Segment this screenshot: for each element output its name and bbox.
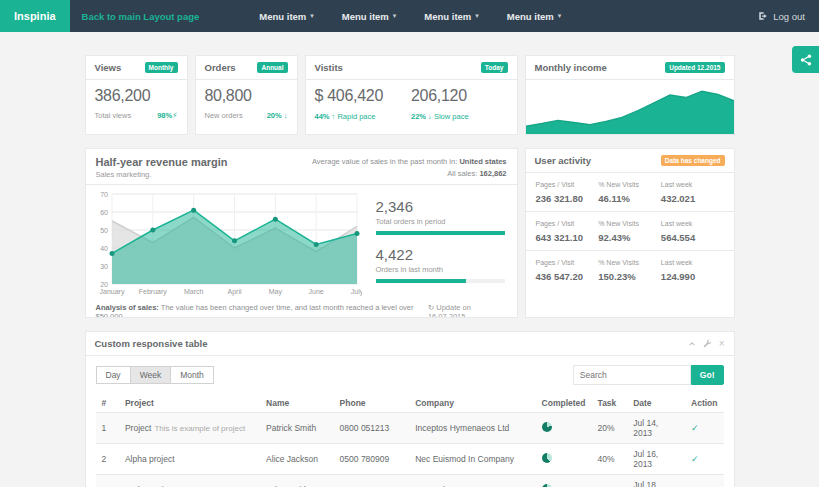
completed-cell bbox=[536, 413, 592, 444]
company-cell: Nec Euismod In Company bbox=[409, 444, 535, 475]
back-to-layouts-link[interactable]: Back to main Layout page bbox=[70, 0, 212, 32]
action-cell: ✓ bbox=[685, 444, 723, 475]
total-orders-progress bbox=[376, 231, 505, 235]
col-header-name: Name bbox=[260, 394, 334, 413]
col-header-action: Action bbox=[685, 394, 723, 413]
completion-pie-icon bbox=[542, 453, 552, 463]
top-navbar: Inspinia Back to main Layout page Menu i… bbox=[0, 0, 819, 32]
income-card-title: Monthly income bbox=[535, 62, 607, 73]
task-cell: 40% bbox=[592, 444, 628, 475]
task-cell: 20% bbox=[592, 413, 628, 444]
pages-visit-value: 436 547.20 bbox=[536, 271, 599, 282]
action-cell: ✓ bbox=[685, 413, 723, 444]
visits-left-percent: 44% bbox=[315, 112, 330, 121]
col-header-task: Task bbox=[592, 394, 628, 413]
last-week-value: 124.990 bbox=[661, 271, 724, 282]
table-row: 3 Betha project John Smith 0800 1111 Era… bbox=[96, 475, 724, 487]
main-menu: Menu item ▾ Menu item ▾ Menu item ▾ Menu… bbox=[245, 0, 575, 32]
phone-cell: 0800 051213 bbox=[334, 413, 410, 444]
check-icon[interactable]: ✓ bbox=[691, 423, 699, 433]
custom-table-panel: Custom responsive table × Day Week Month… bbox=[85, 331, 735, 487]
settings-button[interactable] bbox=[703, 339, 712, 348]
svg-text:30: 30 bbox=[100, 263, 108, 270]
col-header-completed: Completed bbox=[536, 394, 592, 413]
svg-text:April: April bbox=[227, 288, 241, 296]
user-activity-title: User activity bbox=[535, 155, 592, 166]
menu-item-3[interactable]: Menu item ▾ bbox=[410, 0, 493, 32]
range-button-day[interactable]: Day bbox=[96, 366, 131, 384]
task-cell: 75% bbox=[592, 475, 628, 487]
name-cell: John Smith bbox=[260, 475, 334, 487]
menu-item-label: Menu item bbox=[259, 11, 306, 22]
visits-value-left: $ 406,420 bbox=[315, 87, 412, 105]
action-cell: ✓ bbox=[685, 475, 723, 487]
col-header-project: Project bbox=[119, 394, 260, 413]
last-orders-label: Orders in last month bbox=[376, 265, 505, 274]
search-go-button[interactable]: Go! bbox=[691, 365, 724, 385]
date-cell: Jul 16, 2013 bbox=[627, 444, 685, 475]
projects-table: # Project Name Phone Company Completed T… bbox=[96, 394, 724, 487]
caret-down-icon: ▾ bbox=[393, 12, 397, 20]
level-down-icon: ↓ bbox=[428, 112, 432, 121]
orders-label: New orders bbox=[205, 111, 243, 120]
visits-card: Vistits Today $ 406,420 44% ↑ Rapid pace… bbox=[305, 55, 518, 135]
phone-cell: 0800 1111 bbox=[334, 475, 410, 487]
visits-value-right: 206,120 bbox=[411, 87, 508, 105]
last-week-value: 564.554 bbox=[661, 232, 724, 243]
svg-text:February: February bbox=[138, 288, 167, 296]
range-button-month[interactable]: Month bbox=[170, 366, 214, 384]
logout-button[interactable]: Log out bbox=[744, 0, 819, 32]
revenue-title: Half-year revenue margin bbox=[96, 156, 228, 168]
menu-item-1[interactable]: Menu item ▾ bbox=[245, 0, 328, 32]
menu-item-label: Menu item bbox=[342, 11, 389, 22]
svg-text:March: March bbox=[183, 288, 203, 295]
user-activity-panel: User activity Data has changed Pages / V… bbox=[525, 148, 735, 318]
orders-value: 80,800 bbox=[205, 87, 288, 105]
close-panel-button[interactable]: × bbox=[719, 339, 725, 349]
col-header-phone: Phone bbox=[334, 394, 410, 413]
svg-text:July: July bbox=[350, 288, 361, 296]
activity-row: Pages / Visit236 321.80 % New Visits46.1… bbox=[526, 173, 734, 212]
level-up-icon: ↑ bbox=[332, 112, 336, 121]
search-input[interactable] bbox=[573, 365, 691, 385]
pages-visit-value: 643 321.10 bbox=[536, 232, 599, 243]
last-week-value: 432.021 bbox=[661, 193, 724, 204]
pages-visit-value: 236 321.80 bbox=[536, 193, 599, 204]
share-icon bbox=[800, 54, 812, 66]
revenue-area-chart: 203040506070JanuaryFebruaryMarchAprilMay… bbox=[94, 190, 362, 296]
views-card-title: Views bbox=[95, 62, 122, 73]
revenue-panel: Half-year revenue margin Sales marketing… bbox=[85, 148, 518, 318]
svg-text:50: 50 bbox=[100, 227, 108, 234]
caret-down-icon: ▾ bbox=[558, 12, 562, 20]
collapse-button[interactable] bbox=[688, 340, 696, 348]
range-button-week[interactable]: Week bbox=[130, 366, 172, 384]
annual-badge: Annual bbox=[257, 62, 287, 73]
activity-row: Pages / Visit436 547.20 % New Visits150.… bbox=[526, 251, 734, 289]
visits-card-title: Vistits bbox=[315, 62, 343, 73]
col-header-num: # bbox=[96, 394, 119, 413]
name-cell: Alice Jackson bbox=[260, 444, 334, 475]
logout-label: Log out bbox=[773, 11, 805, 22]
total-orders-value: 2,346 bbox=[376, 198, 505, 215]
menu-item-label: Menu item bbox=[424, 11, 471, 22]
svg-text:June: June bbox=[308, 288, 323, 295]
brand-logo[interactable]: Inspinia bbox=[0, 0, 70, 32]
completed-cell bbox=[536, 444, 592, 475]
check-icon[interactable]: ✓ bbox=[691, 454, 699, 464]
project-cell: Alpha project bbox=[119, 444, 260, 475]
revenue-subtitle: Sales marketing. bbox=[96, 170, 228, 179]
menu-item-label: Menu item bbox=[507, 11, 554, 22]
menu-item-2[interactable]: Menu item ▾ bbox=[328, 0, 411, 32]
sign-out-icon bbox=[758, 11, 768, 21]
wrench-icon bbox=[703, 339, 712, 348]
menu-item-4[interactable]: Menu item ▾ bbox=[493, 0, 576, 32]
date-cell: Jul 14, 2013 bbox=[627, 413, 685, 444]
new-visits-value: 46.11% bbox=[598, 193, 661, 204]
analysis-label: Analysis of sales: bbox=[96, 303, 159, 312]
name-cell: Patrick Smith bbox=[260, 413, 334, 444]
theme-config-button[interactable] bbox=[792, 46, 819, 73]
orders-percent: 20% bbox=[267, 111, 282, 120]
stats-row: Views Monthly 386,200 Total views 98%⚡ O… bbox=[85, 55, 735, 135]
visits-right-percent: 22% bbox=[411, 112, 426, 121]
data-changed-badge: Data has changed bbox=[661, 155, 725, 166]
